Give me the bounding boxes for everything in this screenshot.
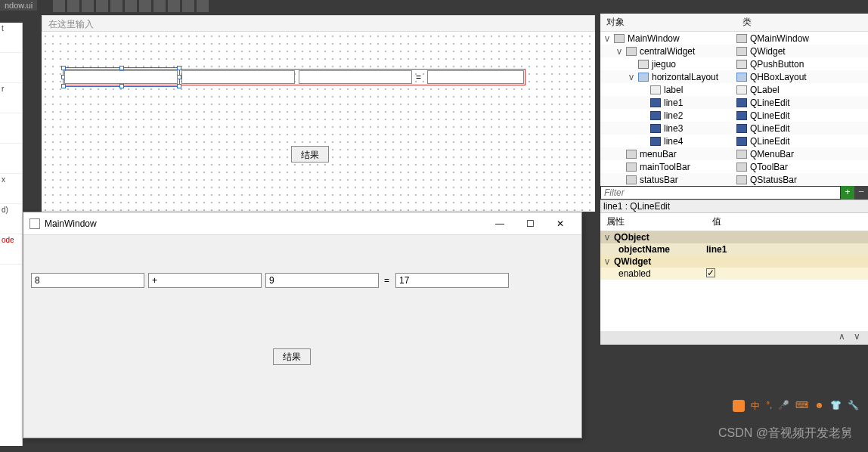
file-tab[interactable]: ndow.ui	[0, 0, 37, 11]
titlebar[interactable]: MainWindow — ☐ ✕	[23, 212, 581, 235]
object-name: menuBar	[640, 149, 677, 159]
design-line3[interactable]	[299, 70, 412, 84]
class-name: QLineEdit	[750, 110, 790, 121]
sidebar-item[interactable]	[0, 53, 22, 83]
toolbar-icon[interactable]	[168, 0, 180, 12]
col-object[interactable]: 对象	[600, 14, 736, 31]
tree-expand-icon[interactable]: v	[615, 46, 623, 57]
face-icon[interactable]: ☻	[814, 400, 824, 413]
col-class[interactable]: 类	[736, 14, 758, 31]
toolbar-icon[interactable]	[53, 0, 65, 12]
col-value[interactable]: 值	[706, 213, 812, 231]
col-property[interactable]: 属性	[600, 213, 706, 231]
sidebar-item[interactable]: x	[0, 174, 22, 204]
tree-row[interactable]: menuBarQMenuBar	[600, 147, 868, 160]
sidebar-item[interactable]: d)	[0, 204, 22, 234]
tree-row[interactable]: labelQLabel	[600, 83, 868, 96]
punct-icon[interactable]: °,	[766, 400, 772, 413]
design-result-button[interactable]: 结果	[291, 146, 329, 163]
tree-row[interactable]: line1QLineEdit	[600, 96, 868, 109]
line2-input[interactable]	[148, 273, 262, 288]
design-line2[interactable]	[181, 70, 295, 84]
object-icon	[650, 111, 661, 120]
toolbar	[53, 0, 209, 14]
toolbar-icon[interactable]	[153, 0, 166, 12]
tree-expand-icon[interactable]: v	[628, 72, 635, 82]
tree-row[interactable]: mainToolBarQToolBar	[600, 160, 868, 173]
ime-mode[interactable]: 中	[751, 400, 760, 413]
tree-row[interactable]: line2QLineEdit	[600, 109, 868, 122]
result-button[interactable]: 结果	[273, 348, 311, 365]
sidebar-item[interactable]: t	[0, 23, 22, 53]
add-button[interactable]: +	[841, 186, 854, 200]
sidebar-item[interactable]	[0, 144, 22, 174]
skin-icon[interactable]: 👕	[830, 400, 842, 413]
toolbar-icon[interactable]	[139, 0, 151, 12]
nav-up-icon[interactable]: ∧	[835, 331, 848, 345]
sogou-icon[interactable]	[733, 400, 745, 412]
class-icon	[736, 163, 747, 172]
class-icon	[736, 111, 747, 120]
object-icon	[638, 60, 649, 69]
chevron-down-icon[interactable]: v	[603, 256, 611, 267]
close-button[interactable]: ✕	[545, 213, 575, 234]
sidebar-item[interactable]: ode	[0, 234, 22, 265]
sidebar-item[interactable]	[0, 113, 22, 144]
object-name: line1	[664, 98, 683, 108]
remove-button[interactable]: –	[854, 186, 868, 200]
prop-key: enabled	[618, 268, 706, 279]
section-qwidget[interactable]: v QWidget	[600, 255, 868, 268]
prop-value[interactable]: line1	[706, 244, 727, 255]
tree-row[interactable]: vMainWindowQMainWindow	[600, 32, 868, 45]
object-name: line2	[664, 110, 683, 121]
class-name: QHBoxLayout	[750, 72, 807, 82]
toolbar-icon[interactable]	[197, 0, 209, 12]
section-qobject[interactable]: v QObject	[600, 231, 868, 243]
design-line1[interactable]	[64, 70, 178, 84]
sidebar-item[interactable]: r	[0, 83, 22, 113]
placeholder-bar[interactable]: 在这里输入	[42, 15, 595, 32]
class-icon	[736, 34, 747, 43]
right-panel: 对象 类 vMainWindowQMainWindowvcentralWidge…	[600, 14, 868, 331]
class-icon	[736, 47, 747, 56]
wrench-icon[interactable]: 🔧	[848, 400, 859, 413]
prop-enabled[interactable]: enabled ✓	[600, 268, 868, 280]
toolbar-icon[interactable]	[82, 0, 94, 12]
line4-input[interactable]	[395, 273, 509, 288]
object-name: centralWidget	[640, 46, 695, 57]
mic-icon[interactable]: 🎤	[778, 400, 789, 413]
tree-row[interactable]: vcentralWidgetQWidget	[600, 45, 868, 57]
tree-row[interactable]: line3QLineEdit	[600, 122, 868, 135]
maximize-button[interactable]: ☐	[515, 213, 545, 234]
line1-input[interactable]	[31, 273, 144, 288]
tree-expand-icon[interactable]: v	[603, 33, 611, 44]
class-name: QToolBar	[750, 162, 788, 172]
design-line4[interactable]	[427, 70, 524, 84]
nav-down-icon[interactable]: ∨	[850, 331, 863, 345]
toolbar-icon[interactable]	[125, 0, 137, 12]
toolbar-icon[interactable]	[182, 0, 194, 12]
runtime-window[interactable]: MainWindow — ☐ ✕ = 结果	[23, 212, 582, 438]
ime-toolbar[interactable]: 中 °, 🎤 ⌨ ☻ 👕 🔧	[733, 400, 859, 413]
minimize-button[interactable]: —	[485, 213, 515, 234]
filter-bar: + –	[600, 186, 868, 200]
tree-row[interactable]: jieguoQPushButton	[600, 57, 868, 70]
toolbar-icon[interactable]	[67, 0, 79, 12]
tree-row[interactable]: line4QLineEdit	[600, 135, 868, 147]
tree-row[interactable]: statusBarQStatusBar	[600, 173, 868, 186]
object-icon	[650, 85, 661, 94]
line3-input[interactable]	[265, 273, 379, 288]
object-icon	[626, 175, 637, 184]
prop-objectname[interactable]: objectName line1	[600, 243, 868, 255]
checkbox-checked-icon[interactable]: ✓	[706, 268, 715, 277]
toolbar-icon[interactable]	[110, 0, 122, 12]
object-tree[interactable]: vMainWindowQMainWindowvcentralWidgetQWid…	[600, 32, 868, 186]
keyboard-icon[interactable]: ⌨	[795, 400, 808, 413]
chevron-down-icon[interactable]: v	[603, 232, 611, 243]
design-canvas[interactable]: = 结果	[42, 33, 595, 212]
class-icon	[736, 175, 747, 184]
tree-row[interactable]: vhorizontalLayoutQHBoxLayout	[600, 70, 868, 83]
toolbar-icon[interactable]	[96, 0, 108, 12]
class-name: QStatusBar	[750, 175, 797, 185]
filter-input[interactable]	[600, 186, 841, 200]
